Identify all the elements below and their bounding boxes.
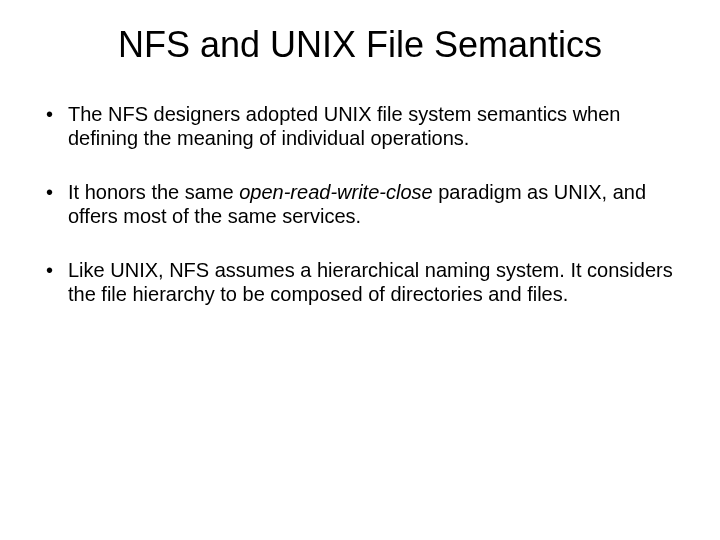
slide-title: NFS and UNIX File Semantics (40, 24, 680, 66)
bullet-emphasis: open-read-write-close (239, 181, 432, 203)
bullet-text: It honors the same (68, 181, 239, 203)
bullet-list: The NFS designers adopted UNIX file syst… (40, 102, 680, 306)
list-item: It honors the same open-read-write-close… (40, 180, 680, 228)
list-item: The NFS designers adopted UNIX file syst… (40, 102, 680, 150)
list-item: Like UNIX, NFS assumes a hierarchical na… (40, 258, 680, 306)
slide: NFS and UNIX File Semantics The NFS desi… (0, 0, 720, 540)
bullet-text: The NFS designers adopted UNIX file syst… (68, 103, 620, 149)
bullet-text: Like UNIX, NFS assumes a hierarchical na… (68, 259, 673, 305)
